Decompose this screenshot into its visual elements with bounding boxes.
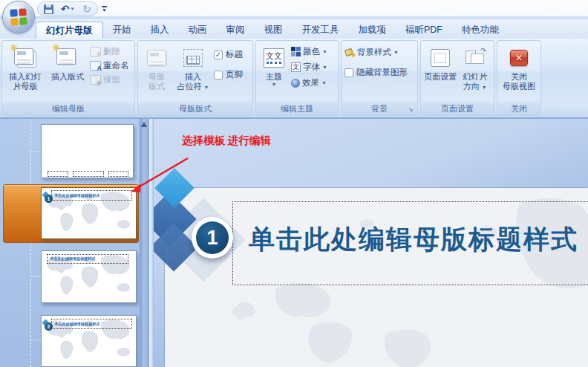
thumbnail-layout-1[interactable] <box>41 124 134 178</box>
thumb-title-text: 单击此处编辑母版标题样式 <box>52 192 120 199</box>
insert-layout-button[interactable]: ✳ 插入版式 <box>48 43 88 82</box>
group-page-setup: 页面设置 ↷ 幻灯片 方向 ▼ 页面设置 <box>420 40 494 116</box>
tab-special-features[interactable]: 特色功能 <box>452 22 509 39</box>
group-close: ✕ 关闭 母版视图 关闭 <box>497 40 541 116</box>
panel-splitter[interactable] <box>149 119 154 367</box>
tab-animation[interactable]: 动画 <box>179 22 217 39</box>
insert-slide-master-button[interactable]: ✳ 插入幻灯 片母版 <box>5 43 45 91</box>
master-layout-icon <box>147 50 166 66</box>
slide-orientation-button[interactable]: ↷ 幻灯片 方向 ▼ <box>459 43 491 91</box>
chevron-down-icon: ▼ <box>322 49 327 55</box>
annotation-text: 选择模板 进行编辑 <box>182 134 271 148</box>
save-icon <box>44 4 53 14</box>
group-background: 背景样式 ▼ 隐藏背景图形 背景 ↘ <box>341 40 418 116</box>
tab-home[interactable]: 开始 <box>103 22 141 39</box>
theme-colors-button[interactable]: 颜色 ▼ <box>291 46 327 57</box>
background-styles-button[interactable]: 背景样式 ▼ <box>344 47 399 58</box>
number-badge: 1 <box>192 217 233 259</box>
checkbox-checked-icon: ✓ <box>214 51 223 59</box>
thumb-title-text: 单击此处编辑母版标题样式 <box>52 320 120 328</box>
badge-number: 1 <box>196 221 229 254</box>
slide-orientation-icon: ↷ <box>465 48 486 68</box>
themes-button[interactable]: 文文 主题 ▼ <box>259 43 289 88</box>
customize-qat-button[interactable]: ▼ <box>102 6 107 12</box>
tab-developer[interactable]: 开发工具 <box>293 22 349 39</box>
ribbon: ✳ 插入幻灯 片母版 ✳ 插入版式 ✕ 删除 <box>0 39 588 119</box>
chevron-down-icon: ▼ <box>272 82 277 88</box>
thumbnail-scrollbar[interactable] <box>140 119 149 367</box>
background-styles-icon <box>344 48 355 57</box>
page-setup-icon <box>431 49 450 67</box>
thumbnail-layout-3[interactable]: 单击此处编辑母版标题样式 <box>41 250 137 303</box>
ribbon-tab-bar: 幻灯片母版 开始 插入 动画 审阅 视图 开发工具 加载项 福昕PDF 特色功能 <box>0 19 588 39</box>
close-master-view-button[interactable]: ✕ 关闭 母版视图 <box>500 43 538 91</box>
powerpoint-window: ↶▼ ↻ ▼ 幻灯片母版 开始 插入 动画 审阅 视图 开发工具 加载项 福昕P… <box>0 0 588 367</box>
tab-insert[interactable]: 插入 <box>141 22 179 39</box>
insert-slide-master-icon: ✳ <box>14 48 36 68</box>
group-label: 母版版式 <box>138 103 252 115</box>
main-area: 1 单击此处编辑母版标题样式 1 单击 <box>0 119 588 367</box>
group-label: 编辑主题 <box>256 103 338 115</box>
new-star-icon: ✳ <box>52 43 60 53</box>
chevron-down-icon: ▼ <box>393 50 399 56</box>
preserve-icon: ◉ <box>90 75 101 85</box>
office-logo-icon <box>10 8 27 25</box>
undo-icon: ↶ <box>61 4 70 14</box>
slide-canvas[interactable]: 1 单击此处编辑母版标题样式 <box>165 188 588 367</box>
tab-view[interactable]: 视图 <box>255 22 293 39</box>
chevron-down-icon: ▼ <box>482 85 487 90</box>
master-title-text[interactable]: 单击此处编辑母版标题样式 <box>249 222 578 257</box>
tab-addins[interactable]: 加载项 <box>349 22 396 39</box>
checkbox-unchecked-icon <box>214 71 223 79</box>
chevron-down-icon: ▼ <box>70 7 74 11</box>
group-edit-theme: 文文 主题 ▼ 颜色 ▼ 文 字体 ▼ <box>255 40 339 116</box>
undo-button[interactable]: ↶▼ <box>59 3 76 15</box>
slide-thumbnail-panel: 1 单击此处编辑母版标题样式 单击此处编辑母版标题样式 2 单击此处编辑母版标题… <box>0 119 140 367</box>
insert-placeholder-icon <box>183 49 203 67</box>
group-master-layout: 母版 版式 插入 占位符 ▼ ✓ 标题 页脚 <box>137 40 253 116</box>
chevron-down-icon: ▼ <box>321 80 327 86</box>
redo-button[interactable]: ↻ <box>81 3 93 15</box>
thumbnail-layout-2-selected[interactable]: 1 单击此处编辑母版标题样式 <box>41 187 137 239</box>
themes-icon: 文文 <box>264 48 284 68</box>
master-layout-button: 母版 版式 <box>141 43 172 91</box>
new-star-icon: ✳ <box>10 43 18 53</box>
theme-fonts-button[interactable]: 文 字体 ▼ <box>291 62 327 73</box>
group-edit-master: ✳ 插入幻灯 片母版 ✳ 插入版式 ✕ 删除 <box>1 40 135 116</box>
footer-checkbox[interactable]: 页脚 <box>214 69 243 80</box>
rename-button[interactable]: A 重命名 <box>90 60 129 71</box>
scroll-up-icon[interactable] <box>141 122 147 127</box>
chevron-down-icon: ▼ <box>322 65 327 71</box>
group-label: 关闭 <box>497 103 540 115</box>
insert-placeholder-button[interactable]: 插入 占位符 ▼ <box>174 43 212 91</box>
theme-effects-icon <box>291 79 300 88</box>
delete-button: ✕ 删除 <box>90 46 129 57</box>
layout-connector-line <box>30 119 31 367</box>
preserve-button: ◉ 保留 <box>90 74 129 85</box>
title-checkbox[interactable]: ✓ 标题 <box>214 49 243 60</box>
delete-icon: ✕ <box>90 47 101 56</box>
save-button[interactable] <box>42 3 54 15</box>
tab-review[interactable]: 审阅 <box>217 22 255 39</box>
redo-icon: ↻ <box>82 4 91 14</box>
quick-access-toolbar: ↶▼ ↻ ▼ <box>37 1 107 16</box>
theme-effects-button[interactable]: 效果 ▼ <box>291 77 327 88</box>
office-button[interactable] <box>2 1 35 33</box>
tab-slide-master[interactable]: 幻灯片母版 <box>36 22 103 39</box>
checkbox-unchecked-icon <box>344 68 353 77</box>
chevron-down-icon: ▼ <box>204 85 209 90</box>
hide-background-graphics-checkbox[interactable]: 隐藏背景图形 <box>344 67 408 78</box>
close-icon: ✕ <box>510 50 528 66</box>
tab-foxit-pdf[interactable]: 福昕PDF <box>396 22 452 39</box>
thumb-title-text: 单击此处编辑母版标题样式 <box>48 256 116 262</box>
rename-icon: A <box>90 61 101 71</box>
group-label: 页面设置 <box>421 103 494 115</box>
insert-layout-icon: ✳ <box>56 48 79 68</box>
theme-colors-icon <box>291 47 301 56</box>
group-label: 编辑母版 <box>2 103 134 115</box>
dialog-launcher-icon[interactable]: ↘ <box>406 105 415 114</box>
thumbnail-layout-4[interactable]: 2 单击此处编辑母版标题样式 <box>41 315 137 367</box>
theme-fonts-icon: 文 <box>291 62 301 72</box>
page-setup-button[interactable]: 页面设置 <box>424 43 457 82</box>
